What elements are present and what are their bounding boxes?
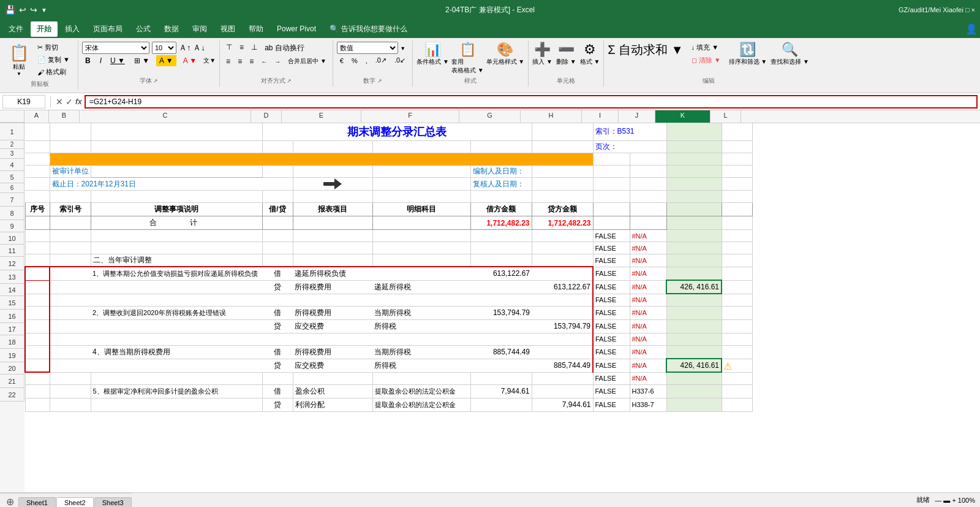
col-header-a[interactable]: A <box>24 110 49 123</box>
cell-e13[interactable]: 所得税费用 <box>293 280 372 294</box>
cell-e6[interactable] <box>293 191 372 203</box>
increase-font-size[interactable]: Ａ↑ <box>179 42 191 53</box>
cell-j3[interactable] <box>630 153 666 165</box>
cell-i11[interactable]: FALSE <box>593 254 630 267</box>
cell-j9[interactable]: #N/A <box>630 230 666 242</box>
cell-f8[interactable] <box>372 216 470 230</box>
cell-e16[interactable]: 应交税费 <box>293 319 372 333</box>
cell-h8[interactable]: 1,712,482.23 <box>532 216 593 230</box>
align-center[interactable]: ≡ <box>235 56 244 67</box>
cell-g13[interactable] <box>470 280 532 294</box>
cell-h17[interactable] <box>532 333 593 345</box>
cell-g10[interactable] <box>470 242 532 254</box>
cell-c2[interactable] <box>91 140 262 153</box>
menu-data[interactable]: 数据 <box>158 21 185 37</box>
cell-g5[interactable]: 复核人及日期： <box>470 178 532 191</box>
cell-b21[interactable] <box>50 384 91 398</box>
col-header-j[interactable]: J <box>619 110 655 123</box>
cell-c21[interactable]: 5、根据审定净利润冲回多计提的盈余公积 <box>91 384 262 398</box>
cell-d13[interactable]: 贷 <box>262 280 293 294</box>
cell-k15[interactable] <box>666 306 722 319</box>
cell-a19[interactable] <box>25 359 50 372</box>
align-bottom[interactable]: ⊥ <box>249 42 260 55</box>
cell-b15[interactable] <box>50 306 91 319</box>
cell-e9[interactable] <box>293 230 372 242</box>
cell-i9[interactable]: FALSE <box>593 230 630 242</box>
cell-e11[interactable] <box>293 254 372 267</box>
cell-e17[interactable] <box>293 333 372 345</box>
row-header-7[interactable]: 7 <box>0 193 24 207</box>
row-header-4[interactable]: 4 <box>0 159 24 171</box>
cell-d7[interactable]: 借/贷 <box>262 203 293 216</box>
cell-f19[interactable]: 所得税 <box>372 359 470 372</box>
cell-d15[interactable]: 借 <box>262 306 293 319</box>
cell-g12[interactable]: 613,122.67 <box>470 267 532 280</box>
cell-a20[interactable] <box>25 372 50 384</box>
cell-k6[interactable] <box>666 191 722 203</box>
cell-h13[interactable]: 613,122.67 <box>532 280 593 294</box>
decrease-font-size[interactable]: Ａ↓ <box>193 42 205 53</box>
row-header-14[interactable]: 14 <box>0 284 24 296</box>
wrap-text[interactable]: ab 自动换行 <box>262 42 307 55</box>
cell-h11[interactable] <box>532 254 593 267</box>
cut-button[interactable]: ✂ 剪切 <box>33 42 74 53</box>
cell-c11[interactable]: 二、当年审计调整 <box>91 254 262 267</box>
font-color-button[interactable]: A ▼ <box>180 55 200 66</box>
cell-k11[interactable] <box>666 254 722 267</box>
cell-i6[interactable] <box>593 191 630 203</box>
cell-j14[interactable]: #N/A <box>630 294 666 306</box>
cell-g11[interactable] <box>470 254 532 267</box>
cell-d2[interactable] <box>262 140 293 153</box>
cell-f18[interactable]: 当期所得税 <box>372 345 470 359</box>
cell-a6[interactable] <box>25 191 50 203</box>
cell-j22[interactable]: H338-7 <box>630 398 666 411</box>
cell-h4[interactable] <box>532 165 593 178</box>
col-header-h[interactable]: H <box>521 110 582 123</box>
undo-icon[interactable]: ↩ <box>19 5 26 15</box>
cell-l4[interactable] <box>722 165 752 178</box>
italic-button[interactable]: I <box>97 56 104 66</box>
cell-j17[interactable]: #N/A <box>630 333 666 345</box>
cell-i16[interactable]: FALSE <box>593 319 630 333</box>
cell-i4[interactable] <box>593 165 630 178</box>
cell-l16[interactable] <box>722 319 752 333</box>
sheet-tab-1[interactable]: Sheet1 <box>18 497 56 508</box>
cell-d8[interactable] <box>262 216 293 230</box>
cell-b13[interactable] <box>50 280 91 294</box>
cell-j19[interactable]: #N/A <box>630 359 666 372</box>
cancel-formula-icon[interactable]: ✕ <box>56 97 63 107</box>
cell-a3[interactable] <box>25 153 50 165</box>
cell-i12[interactable]: FALSE <box>593 267 630 280</box>
save-icon[interactable]: 💾 <box>5 5 15 15</box>
insert-function-icon[interactable]: fx <box>75 97 82 106</box>
cell-j15[interactable]: #N/A <box>630 306 666 319</box>
cell-k18[interactable] <box>666 345 722 359</box>
cell-f21[interactable]: 提取盈余公积的法定公积金 <box>372 384 470 398</box>
merge-center[interactable]: 合并后居中 ▼ <box>285 56 329 67</box>
cell-g8[interactable]: 1,712,482.23 <box>470 216 532 230</box>
cell-f2[interactable] <box>372 140 470 153</box>
cell-b5[interactable]: 截止日：2021年12月31日 <box>50 178 293 191</box>
cell-h22[interactable]: 7,944.61 <box>532 398 593 411</box>
cell-l5[interactable] <box>722 178 752 191</box>
cell-g17[interactable] <box>470 333 532 345</box>
menu-home[interactable]: 开始 <box>31 21 58 37</box>
row-header-5[interactable]: 5 <box>0 171 24 183</box>
sheet-tab-3[interactable]: Sheet3 <box>94 497 132 508</box>
cell-i22[interactable]: FALSE <box>593 398 630 411</box>
cell-a2[interactable] <box>25 140 50 153</box>
row-header-13[interactable]: 13 <box>0 270 24 284</box>
cell-d16[interactable]: 贷 <box>262 319 293 333</box>
cell-a1[interactable] <box>25 123 50 140</box>
cell-k4[interactable] <box>666 165 722 178</box>
cell-h10[interactable] <box>532 242 593 254</box>
thousands-button[interactable]: , <box>363 56 371 66</box>
autosum-button[interactable]: Σ 自动求和 ▼ <box>608 42 683 58</box>
cell-k5[interactable] <box>666 178 722 191</box>
cell-l18[interactable] <box>722 345 752 359</box>
user-account-icon[interactable]: 👤 <box>965 23 978 35</box>
row-header-20[interactable]: 20 <box>0 362 24 375</box>
cell-f15[interactable]: 当期所得税 <box>372 306 470 319</box>
cell-c10[interactable] <box>91 242 262 254</box>
cell-a15[interactable] <box>25 306 50 319</box>
